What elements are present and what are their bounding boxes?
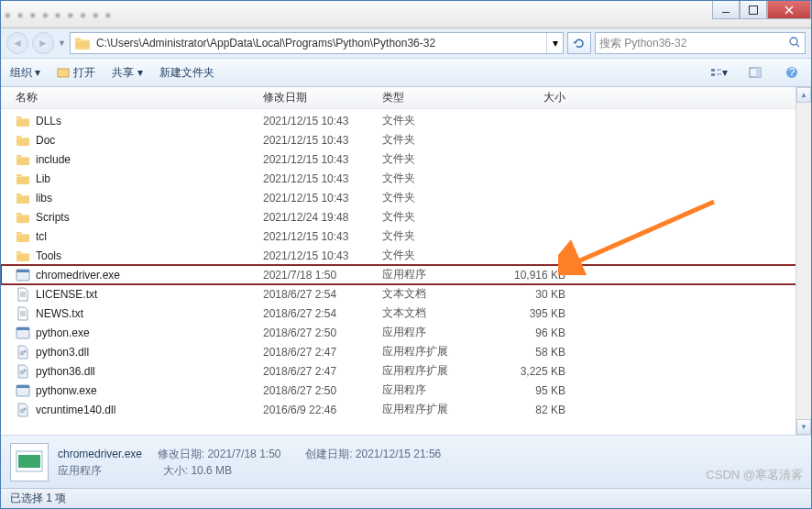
details-sizelabel: 大小:: [163, 464, 188, 477]
file-type: 文件夹: [382, 209, 483, 225]
scroll-down-icon[interactable]: ▼: [796, 419, 811, 435]
table-row[interactable]: libs2021/12/15 10:43文件夹: [1, 188, 811, 207]
file-date: 2018/6/27 2:50: [263, 384, 382, 397]
svg-rect-7: [711, 73, 715, 76]
folder-icon: [16, 152, 30, 167]
view-options-button[interactable]: ▾: [708, 62, 729, 83]
preview-pane-button[interactable]: [745, 62, 765, 83]
file-type: 应用程序: [382, 382, 483, 398]
file-type: 应用程序扩展: [382, 363, 483, 379]
table-row[interactable]: DLLs2021/12/15 10:43文件夹: [1, 111, 811, 130]
file-type: 文件夹: [382, 248, 483, 263]
file-type: 文件夹: [382, 113, 483, 128]
toolbar: 组织 ▾ 打开 共享 ▾ 新建文件夹 ▾ ?: [1, 58, 811, 87]
table-row[interactable]: python36.dll2018/6/27 2:47应用程序扩展3,225 KB: [1, 361, 811, 381]
file-date: 2021/12/15 10:43: [263, 249, 382, 262]
table-row[interactable]: Doc2021/12/15 10:43文件夹: [1, 130, 811, 149]
file-type: 文件夹: [382, 151, 483, 167]
file-date: 2021/12/24 19:48: [263, 211, 382, 224]
folder-icon: [16, 229, 30, 244]
file-type: 文本文档: [382, 305, 483, 321]
file-date: 2018/6/27 2:54: [263, 307, 382, 320]
file-name: LICENSE.txt: [36, 288, 263, 301]
details-filetype: 应用程序: [58, 464, 102, 477]
dll-icon: [16, 364, 30, 379]
file-date: 2021/7/18 1:50: [263, 269, 382, 282]
file-list[interactable]: DLLs2021/12/15 10:43文件夹Doc2021/12/15 10:…: [1, 109, 811, 435]
details-filename: chromedriver.exe: [58, 448, 142, 460]
file-size: 96 KB: [483, 326, 565, 339]
file-type: 应用程序: [382, 325, 483, 340]
search-icon: [788, 36, 801, 51]
txt-icon: [16, 306, 30, 321]
address-bar[interactable]: ▾: [70, 32, 564, 54]
file-name: python3.dll: [36, 346, 263, 359]
table-row[interactable]: vcruntime140.dll2016/6/9 22:46应用程序扩展82 K…: [1, 400, 811, 419]
back-button[interactable]: ◄: [6, 32, 28, 54]
details-pane: chromedriver.exe 修改日期: 2021/7/18 1:50 创建…: [1, 435, 811, 488]
table-row[interactable]: include2021/12/15 10:43文件夹: [1, 149, 811, 169]
file-name: include: [36, 153, 263, 166]
table-row[interactable]: pythonw.exe2018/6/27 2:50应用程序95 KB: [1, 381, 811, 400]
dll-icon: [16, 345, 30, 360]
file-date: 2021/12/15 10:43: [263, 153, 382, 166]
table-row[interactable]: python3.dll2018/6/27 2:47应用程序扩展58 KB: [1, 342, 811, 361]
svg-text:?: ?: [789, 66, 796, 79]
scroll-up-icon[interactable]: ▲: [796, 87, 811, 103]
col-date[interactable]: 修改日期: [263, 90, 382, 105]
file-date: 2021/12/15 10:43: [263, 172, 382, 185]
details-createlabel: 创建日期:: [305, 448, 352, 460]
table-row[interactable]: NEWS.txt2018/6/27 2:54文本文档395 KB: [1, 304, 811, 323]
column-headers: 名称 修改日期 类型 大小: [1, 87, 811, 109]
file-name: vcruntime140.dll: [36, 404, 263, 416]
file-name: libs: [36, 192, 263, 205]
file-type: 文件夹: [382, 132, 483, 148]
table-row[interactable]: Tools2021/12/15 10:43文件夹: [1, 246, 811, 265]
help-button[interactable]: ?: [782, 62, 802, 83]
table-row[interactable]: chromedriver.exe2021/7/18 1:50应用程序10,916…: [1, 265, 811, 284]
svg-rect-6: [711, 69, 715, 72]
maximize-button[interactable]: [740, 1, 767, 19]
file-type: 文件夹: [382, 171, 483, 186]
file-name: pythonw.exe: [36, 384, 263, 397]
table-row[interactable]: tcl2021/12/15 10:43文件夹: [1, 227, 811, 246]
scrollbar[interactable]: ▲ ▼: [796, 87, 811, 435]
organize-button[interactable]: 组织 ▾: [10, 65, 40, 81]
address-input[interactable]: [94, 35, 546, 51]
file-type: 应用程序: [382, 267, 483, 282]
col-name[interactable]: 名称: [16, 90, 263, 105]
col-type[interactable]: 类型: [382, 90, 483, 105]
app-icon: [16, 326, 30, 340]
table-row[interactable]: Lib2021/12/15 10:43文件夹: [1, 169, 811, 188]
open-icon: [57, 66, 70, 79]
file-date: 2018/6/27 2:50: [263, 326, 382, 339]
col-size[interactable]: 大小: [483, 90, 565, 105]
table-row[interactable]: LICENSE.txt2018/6/27 2:54文本文档30 KB: [1, 284, 811, 304]
file-size: 58 KB: [483, 346, 565, 359]
details-modval: 2021/7/18 1:50: [207, 448, 280, 460]
file-date: 2021/12/15 10:43: [263, 192, 382, 205]
file-type: 文件夹: [382, 190, 483, 205]
file-date: 2021/12/15 10:43: [263, 134, 382, 147]
file-name: python36.dll: [36, 365, 263, 378]
file-thumbnail: [10, 443, 49, 481]
svg-rect-5: [58, 69, 69, 77]
new-folder-button[interactable]: 新建文件夹: [159, 65, 214, 81]
history-dropdown-icon[interactable]: ▼: [58, 39, 66, 48]
refresh-button[interactable]: [567, 32, 591, 54]
svg-rect-9: [756, 68, 761, 77]
file-date: 2018/6/27 2:47: [263, 365, 382, 378]
table-row[interactable]: python.exe2018/6/27 2:50应用程序96 KB: [1, 323, 811, 342]
open-button[interactable]: 打开: [57, 65, 95, 81]
folder-icon: [16, 191, 30, 205]
table-row[interactable]: Scripts2021/12/24 19:48文件夹: [1, 207, 811, 227]
titlebar[interactable]: ● ● ● ● ● ● ● ● ●: [1, 1, 811, 28]
forward-button[interactable]: ►: [32, 32, 54, 54]
minimize-button[interactable]: [712, 1, 740, 19]
search-box[interactable]: 搜索 Python36-32: [595, 32, 806, 54]
share-button[interactable]: 共享 ▾: [112, 65, 142, 81]
address-dropdown-icon[interactable]: ▾: [546, 33, 563, 53]
close-button[interactable]: [767, 1, 811, 19]
folder-icon: [16, 114, 30, 128]
file-name: NEWS.txt: [36, 307, 263, 320]
